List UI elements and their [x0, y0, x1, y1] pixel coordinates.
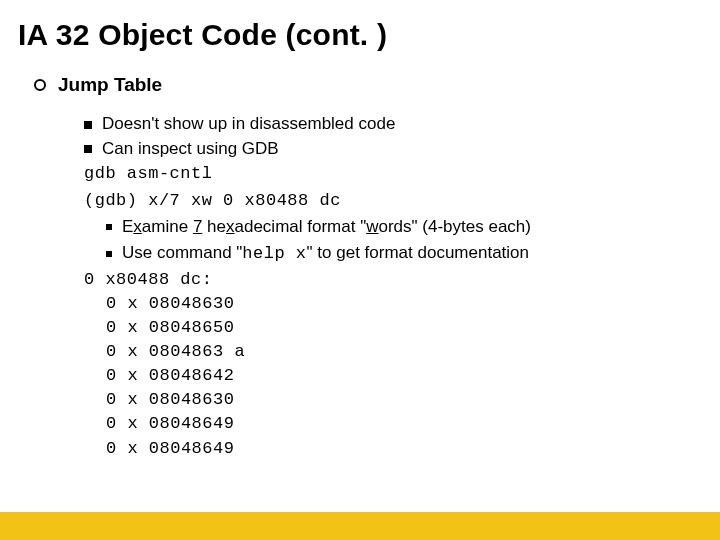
bullet-square-icon — [84, 145, 92, 153]
address-head: 0 x80488 dc: — [84, 268, 702, 292]
address-item: 0 x 08048630 — [106, 388, 702, 412]
level2-text: Can inspect using GDB — [102, 137, 279, 162]
bullet-square-icon — [84, 121, 92, 129]
bullet-level2: Can inspect using GDB — [84, 137, 702, 162]
bullet-level1: Jump Table — [34, 74, 702, 96]
level2-area: Doesn't show up in disassembled code Can… — [84, 112, 702, 461]
address-item: 0 x 08048642 — [106, 364, 702, 388]
level3-area: Examine 7 hexadecimal format "words" (4-… — [106, 214, 702, 268]
bullet-circle-icon — [34, 79, 46, 91]
address-item: 0 x 08048650 — [106, 316, 702, 340]
seg-mono: help x — [242, 244, 306, 263]
address-item: 0 x 08048649 — [106, 412, 702, 436]
level3-text: Examine 7 hexadecimal format "words" (4-… — [122, 214, 531, 240]
bullet-level3: Examine 7 hexadecimal format "words" (4-… — [106, 214, 702, 240]
bullet-small-square-icon — [106, 224, 112, 230]
seg: Use command " — [122, 243, 242, 262]
code-line: (gdb) x/7 xw 0 x80488 dc — [84, 188, 702, 214]
level3-text: Use command "help x" to get format docum… — [122, 240, 529, 267]
bullet-small-square-icon — [106, 251, 112, 257]
code-line: gdb asm-cntl — [84, 161, 702, 187]
seg-underline: 7 — [193, 217, 202, 236]
address-item: 0 x 08048630 — [106, 292, 702, 316]
seg: " to get format documentation — [307, 243, 529, 262]
seg-underline: w — [366, 217, 378, 236]
seg-underline: x — [133, 217, 142, 236]
seg: amine — [142, 217, 193, 236]
seg: ords" (4-bytes each) — [378, 217, 531, 236]
page-title: IA 32 Object Code (cont. ) — [18, 18, 702, 52]
footer-bar — [0, 512, 720, 540]
address-item: 0 x 08048649 — [106, 437, 702, 461]
address-item: 0 x 0804863 a — [106, 340, 702, 364]
seg: E — [122, 217, 133, 236]
level1-text: Jump Table — [58, 74, 162, 96]
address-list: 0 x80488 dc: 0 x 08048630 0 x 08048650 0… — [84, 268, 702, 461]
seg: he — [202, 217, 226, 236]
level2-text: Doesn't show up in disassembled code — [102, 112, 395, 137]
bullet-level3: Use command "help x" to get format docum… — [106, 240, 702, 267]
seg: adecimal format " — [234, 217, 366, 236]
bullet-level2: Doesn't show up in disassembled code — [84, 112, 702, 137]
